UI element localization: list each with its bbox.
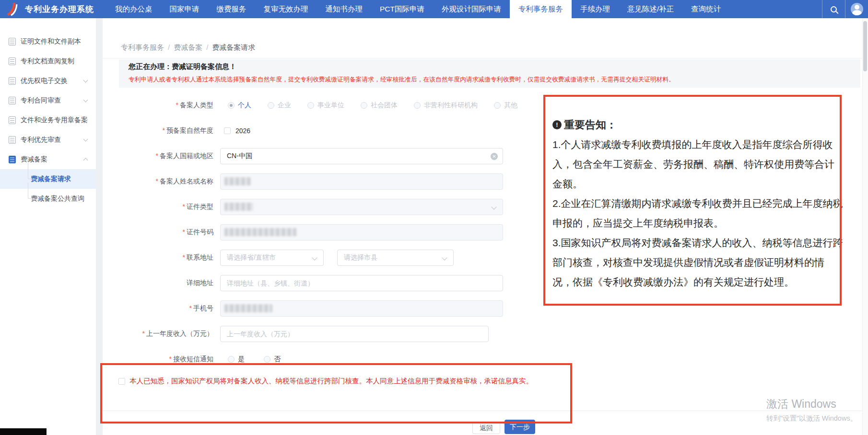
top-nav-item[interactable]: 意见陈述/补正 xyxy=(619,0,682,18)
sidebar-menu: 证明文件和文件副本 专利文档查阅复制 优先权电子交换 专利合同审查 文件和业务专… xyxy=(0,18,96,435)
field-label: *证件类型 xyxy=(103,203,213,211)
form-row-nationality: *备案人国籍或地区 ✕ xyxy=(103,143,582,169)
radio-option[interactable]: 企业 xyxy=(268,101,291,110)
next-button[interactable]: 下一步 xyxy=(504,420,535,434)
radio-label: 否 xyxy=(274,355,281,364)
form-row-address: 详细地址 xyxy=(103,270,582,296)
banner-title: 您正在办理：费减证明备案信息！ xyxy=(129,62,851,71)
radio-icon xyxy=(228,102,235,109)
required-asterisk: * xyxy=(183,228,185,236)
year-checkbox[interactable] xyxy=(224,127,231,134)
radio-icon xyxy=(414,102,421,109)
agreement-row: 本人已知悉，国家知识产权局将对备案人收入、纳税等信息进行跨部门核查。本人同意上述… xyxy=(118,377,533,386)
sidebar-item[interactable]: 证明文件和文件副本 xyxy=(0,32,96,51)
top-nav-menu: 我的办公桌 国家申请 缴费服务 复审无效办理 通知书办理 PCT国际申请 外观设… xyxy=(106,0,729,18)
required-asterisk: * xyxy=(142,330,145,337)
document-icon xyxy=(9,156,16,163)
sidebar-item[interactable]: 费减备案 xyxy=(0,149,96,169)
radio-option[interactable]: 其他 xyxy=(494,101,517,110)
required-asterisk: * xyxy=(156,177,158,185)
radio-option[interactable]: 是 xyxy=(228,355,245,364)
province-select[interactable]: 请选择省/直辖市 xyxy=(220,250,324,266)
top-nav-item[interactable]: 通知书办理 xyxy=(317,0,372,18)
clear-icon[interactable]: ✕ xyxy=(491,153,498,160)
radio-icon xyxy=(361,102,367,109)
agreement-checkbox[interactable] xyxy=(118,378,125,385)
radio-label: 企业 xyxy=(278,101,291,110)
top-nav-item[interactable]: 我的办公桌 xyxy=(106,0,161,18)
radio-icon xyxy=(307,102,314,109)
city-select-placeholder: 请选择市县 xyxy=(344,253,377,262)
radio-option[interactable]: 个人 xyxy=(228,101,251,110)
chevron-icon xyxy=(83,158,88,163)
scrollbar-thumb[interactable] xyxy=(863,21,867,71)
sidebar-item[interactable]: 费减备案请求 xyxy=(0,169,96,189)
topbar-actions xyxy=(822,0,868,18)
required-asterisk: * xyxy=(189,304,192,312)
windows-activation-watermark: 激活 Windows xyxy=(766,397,836,412)
sidebar-item[interactable]: 优先权电子交换 xyxy=(0,71,96,91)
radio-option[interactable]: 否 xyxy=(264,355,281,364)
radio-option[interactable]: 社会团体 xyxy=(361,101,398,110)
radio-label: 社会团体 xyxy=(371,101,398,110)
redacted-value xyxy=(224,228,296,236)
form-row-id-type: *证件类型 xyxy=(103,194,582,219)
document-icon xyxy=(9,136,16,144)
top-nav-item[interactable]: 手续办理 xyxy=(572,0,619,18)
chevron-icon xyxy=(83,98,88,103)
top-nav-item[interactable]: 专利事务服务 xyxy=(510,0,572,18)
sidebar-item-label: 文件和业务专用章备案 xyxy=(21,116,88,125)
user-menu-button[interactable] xyxy=(845,0,868,18)
top-navigation-bar: 专利业务办理系统 我的办公桌 国家申请 缴费服务 复审无效办理 通知书办理 PC… xyxy=(0,0,868,18)
required-asterisk: * xyxy=(176,101,178,109)
breadcrumb: 专利事务服务/费减备案/费减备案请求 xyxy=(121,43,255,52)
sidebar-item[interactable]: 专利合同审查 xyxy=(0,91,96,110)
radio-icon xyxy=(264,356,270,363)
top-nav-item[interactable]: PCT国际申请 xyxy=(371,0,433,18)
top-nav-item[interactable]: 查询统计 xyxy=(682,0,729,18)
chevron-down-icon xyxy=(442,255,447,260)
top-nav-item[interactable]: 缴费服务 xyxy=(208,0,255,18)
form-row-contact: *联系地址 请选择省/直辖市 请选择市县 xyxy=(103,245,582,270)
income-input[interactable] xyxy=(220,326,489,342)
footer-divider xyxy=(103,411,868,411)
breadcrumb-item[interactable]: 费减备案 xyxy=(174,43,202,51)
sidebar-item[interactable]: 专利优先审查 xyxy=(0,130,96,149)
breadcrumb-item[interactable]: 专利事务服务 xyxy=(121,43,164,51)
form-row-income: *上一年度收入（万元） xyxy=(103,321,582,346)
field-label: *上一年度收入（万元） xyxy=(103,330,213,338)
address-input[interactable] xyxy=(220,275,503,291)
sidebar-item[interactable]: 费减备案公共查询 xyxy=(0,189,96,208)
app-title: 专利业务办理系统 xyxy=(25,4,94,15)
field-label: *备案人国籍或地区 xyxy=(103,152,213,160)
applicant-type-radio-group: 个人 企业 事业单位 社会团体 xyxy=(228,101,534,110)
document-icon xyxy=(9,77,16,85)
radio-label: 是 xyxy=(238,355,245,364)
radio-icon xyxy=(268,102,274,109)
breadcrumb-current: 费减备案请求 xyxy=(212,43,255,51)
field-label: *备案人类型 xyxy=(103,101,213,110)
sidebar-item-label: 专利优先审查 xyxy=(21,136,61,144)
form-row-phone: *手机号 xyxy=(103,296,582,321)
sidebar-item[interactable]: 专利文档查阅复制 xyxy=(0,51,96,71)
breadcrumb-divider xyxy=(103,58,868,58)
notice-title: ! 重要告知： xyxy=(552,115,844,135)
search-button[interactable] xyxy=(822,0,845,18)
scrollbar-track[interactable] xyxy=(862,18,868,435)
top-nav-item[interactable]: 外观设计国际申请 xyxy=(433,0,510,18)
radio-option[interactable]: 事业单位 xyxy=(307,101,344,110)
city-select[interactable]: 请选择市县 xyxy=(337,250,454,266)
sidebar-item-label: 优先权电子交换 xyxy=(21,77,68,85)
radio-label: 事业单位 xyxy=(317,101,344,110)
back-button[interactable]: 返回 xyxy=(472,422,500,434)
nationality-input[interactable] xyxy=(220,148,503,164)
top-nav-item[interactable]: 复审无效办理 xyxy=(255,0,317,18)
form-row-type: *备案人类型 个人 企业 事业单位 xyxy=(103,92,582,118)
top-nav-item[interactable]: 国家申请 xyxy=(161,0,208,18)
sidebar-item[interactable]: 文件和业务专用章备案 xyxy=(0,110,96,130)
radio-icon xyxy=(228,356,235,363)
required-asterisk: * xyxy=(183,253,185,261)
document-icon xyxy=(9,38,16,46)
radio-option[interactable]: 非营利性科研机构 xyxy=(414,101,478,110)
document-icon xyxy=(9,97,16,104)
